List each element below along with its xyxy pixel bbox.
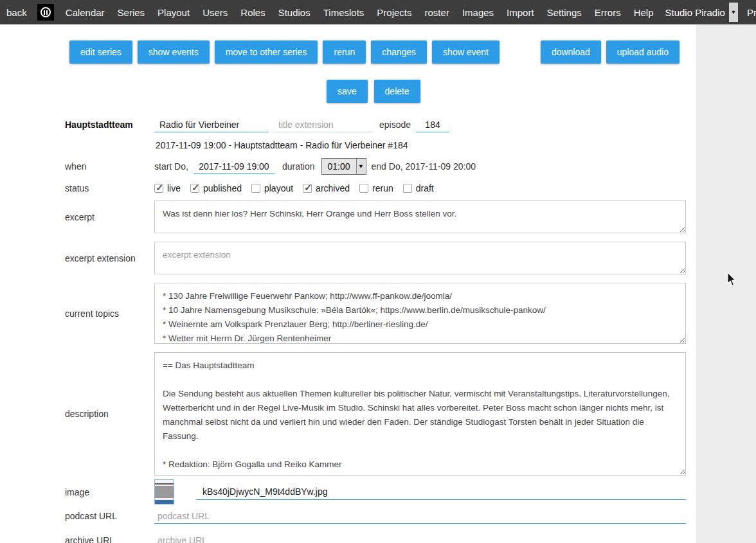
nav-item-users[interactable]: Users xyxy=(196,7,234,18)
status-row: status live published playout archived r… xyxy=(0,183,696,193)
duration-select[interactable]: 01:00 ▼ xyxy=(321,158,366,175)
excerpt-row: excerpt Was ist denn hier los? Herr Schi… xyxy=(0,200,696,233)
nav-item-roster[interactable]: roster xyxy=(419,7,456,18)
image-row: image xyxy=(0,479,696,504)
status-checkbox-archived-label: archived xyxy=(316,183,350,193)
when-label: when xyxy=(65,161,154,172)
nav-item-images[interactable]: Images xyxy=(456,7,500,18)
status-checkbox-archived[interactable] xyxy=(303,184,312,193)
current-topics-textarea[interactable]: * 130 Jahre Freiwillige Feuerwehr Pankow… xyxy=(154,283,686,344)
title-input[interactable] xyxy=(154,117,269,132)
project-select[interactable]: Project 88vier ▼ xyxy=(744,3,756,22)
pause-logo-icon xyxy=(40,7,51,17)
toolbar-row-1: edit series show events move to other se… xyxy=(0,24,696,64)
series-name-label: Hauptstadtteam xyxy=(65,120,154,130)
toolbar-row-2: save delete xyxy=(0,80,696,103)
podcast-url-row: podcast URL xyxy=(0,508,696,524)
project-select-value: Project 88vier xyxy=(744,7,756,18)
status-checkbox-published[interactable] xyxy=(190,184,199,193)
status-checkbox-live[interactable] xyxy=(154,184,163,193)
rerun-button[interactable]: rerun xyxy=(323,40,366,64)
nav-item-import[interactable]: Import xyxy=(500,7,541,18)
episode-label: episode xyxy=(379,120,411,130)
excerpt-extension-textarea[interactable] xyxy=(154,242,686,274)
nav-item-roles[interactable]: Roles xyxy=(234,7,271,18)
podcast-url-input[interactable] xyxy=(154,508,686,524)
description-label: description xyxy=(65,409,154,419)
status-checkbox-published-label: published xyxy=(203,183,242,193)
duration-value: 01:00 xyxy=(322,159,356,174)
status-checkbox-rerun-label: rerun xyxy=(372,183,393,193)
show-events-button[interactable]: show events xyxy=(138,40,210,64)
event-summary: 2017-11-09 19:00 - Hauptstadtteam - Radi… xyxy=(0,140,696,150)
nav-item-errors[interactable]: Errors xyxy=(588,7,627,18)
status-checkbox-draft[interactable] xyxy=(403,184,412,193)
episode-input[interactable] xyxy=(416,117,449,132)
top-nav: back Calendar Series Playout Users Roles… xyxy=(0,0,756,24)
archive-url-row: archive URL xyxy=(0,533,696,543)
nav-item-timeslots[interactable]: Timeslots xyxy=(317,7,371,18)
archive-url-input[interactable] xyxy=(154,533,686,543)
studio-select[interactable]: Studio Piradio ▼ xyxy=(663,3,738,22)
save-button[interactable]: save xyxy=(327,80,368,103)
archive-url-label: archive URL xyxy=(65,535,154,543)
upload-audio-button[interactable]: upload audio xyxy=(606,40,680,64)
start-datetime-input[interactable] xyxy=(194,159,274,174)
status-checkbox-playout[interactable] xyxy=(251,184,260,193)
edit-series-button[interactable]: edit series xyxy=(69,40,132,64)
nav-item-help[interactable]: Help xyxy=(627,7,660,18)
nav-item-studios[interactable]: Studios xyxy=(272,7,317,18)
delete-button[interactable]: delete xyxy=(374,80,420,103)
podcast-url-label: podcast URL xyxy=(65,511,154,521)
excerpt-textarea[interactable]: Was ist denn hier los? Herr Schinski, He… xyxy=(154,200,686,233)
duration-label: duration xyxy=(282,161,315,172)
nav-item-projects[interactable]: Projects xyxy=(370,7,418,18)
title-extension-input[interactable] xyxy=(273,117,373,132)
start-day-label: start Do, xyxy=(154,161,188,172)
status-checkbox-draft-label: draft xyxy=(416,183,434,193)
nav-item-playout[interactable]: Playout xyxy=(151,7,196,18)
show-event-button[interactable]: show event xyxy=(432,40,500,64)
nav-item-calendar[interactable]: Calendar xyxy=(59,7,111,18)
image-label: image xyxy=(65,487,154,497)
excerpt-label: excerpt xyxy=(65,212,154,222)
move-to-other-series-button[interactable]: move to other series xyxy=(215,40,318,64)
excerpt-extension-row: excerpt extension xyxy=(0,242,696,274)
status-checkbox-rerun[interactable] xyxy=(359,184,368,193)
description-textarea[interactable]: == Das Hauptstadtteam Die Sendung besteh… xyxy=(154,352,686,476)
title-row: Hauptstadtteam episode xyxy=(0,117,696,132)
download-button[interactable]: download xyxy=(541,40,601,64)
excerpt-extension-label: excerpt extension xyxy=(65,253,154,263)
when-row: when start Do, duration 01:00 ▼ end Do, … xyxy=(0,158,696,175)
chevron-down-icon: ▼ xyxy=(729,3,738,22)
chevron-down-icon: ▼ xyxy=(356,159,366,174)
status-label: status xyxy=(65,183,154,193)
current-topics-label: current topics xyxy=(65,308,154,319)
nav-back-link[interactable]: back xyxy=(6,7,33,18)
current-topics-row: current topics * 130 Jahre Freiwillige F… xyxy=(0,283,696,344)
nav-item-series[interactable]: Series xyxy=(111,7,152,18)
episode-editor-panel: edit series show events move to other se… xyxy=(0,24,696,543)
changes-button[interactable]: changes xyxy=(371,40,427,64)
mouse-cursor-icon xyxy=(727,272,737,287)
description-row: description == Das Hauptstadtteam Die Se… xyxy=(0,352,696,476)
studio-select-value: Studio Piradio xyxy=(663,7,729,18)
episode-image-thumbnail[interactable] xyxy=(154,479,174,504)
image-filename-input[interactable] xyxy=(196,485,435,500)
status-checkbox-live-label: live xyxy=(167,183,181,193)
station-logo[interactable] xyxy=(37,4,54,21)
end-datetime-label: end Do, 2017-11-09 20:00 xyxy=(372,161,476,172)
nav-item-settings[interactable]: Settings xyxy=(541,7,588,18)
image-extra-input[interactable] xyxy=(435,485,686,500)
status-checkbox-playout-label: playout xyxy=(264,183,293,193)
